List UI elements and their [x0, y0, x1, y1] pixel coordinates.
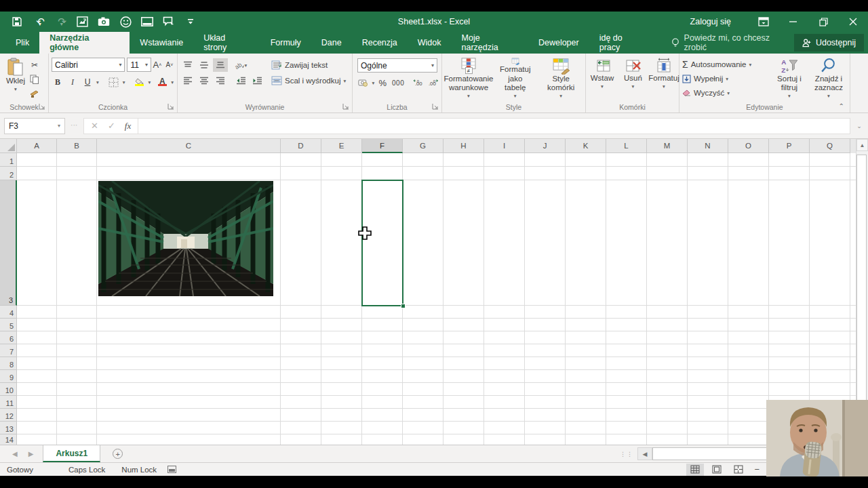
- sort-filter-button[interactable]: AZ Sortuj i filtruj ▾: [772, 56, 807, 100]
- sheet-prev-icon[interactable]: ◀: [12, 450, 18, 458]
- font-dialog-launcher[interactable]: [167, 103, 176, 111]
- cell-styles-dropdown-arrow[interactable]: ▾: [559, 93, 562, 99]
- embedded-picture-bridge[interactable]: [98, 181, 273, 296]
- sheet-tab[interactable]: Arkusz1: [43, 445, 100, 462]
- cells-area[interactable]: [17, 153, 856, 445]
- cell-selection-F3[interactable]: [361, 180, 403, 306]
- shrink-font-button[interactable]: A˅: [163, 58, 176, 72]
- borders-dropdown-arrow[interactable]: ▾: [123, 79, 125, 85]
- font-name-combo[interactable]: Calibri▾: [52, 58, 125, 72]
- row-header[interactable]: 10: [0, 383, 17, 396]
- autosum-button[interactable]: Σ Autosumowanie ▾: [682, 58, 769, 70]
- find-select-dropdown-arrow[interactable]: ▾: [827, 93, 830, 99]
- insert-picture-icon[interactable]: [76, 16, 88, 28]
- row-header[interactable]: 12: [0, 409, 17, 422]
- window-icon[interactable]: [141, 16, 153, 28]
- column-header[interactable]: G: [403, 139, 443, 153]
- align-left-icon[interactable]: [180, 74, 195, 87]
- row-header[interactable]: 8: [0, 357, 17, 370]
- copy-icon[interactable]: [28, 73, 41, 85]
- enter-entry-icon[interactable]: ✓: [108, 121, 115, 131]
- row-header[interactable]: 14: [0, 434, 17, 445]
- undo-icon[interactable]: ↶▾: [33, 16, 45, 28]
- cut-icon[interactable]: ✂: [28, 58, 41, 71]
- sheet-next-icon[interactable]: ▶: [28, 450, 34, 458]
- macro-record-icon[interactable]: [167, 466, 176, 473]
- chevron-down-icon[interactable]: ▾: [58, 123, 60, 129]
- fill-handle[interactable]: [401, 304, 406, 308]
- format-as-table-dropdown-arrow[interactable]: ▾: [514, 93, 517, 99]
- clear-dropdown-arrow[interactable]: ▾: [727, 90, 730, 96]
- font-color-icon[interactable]: A: [156, 75, 168, 89]
- borders-icon[interactable]: [107, 75, 120, 89]
- ribbon-tab[interactable]: Wstawianie: [130, 32, 193, 54]
- column-header[interactable]: F: [362, 139, 403, 153]
- column-header[interactable]: J: [525, 139, 566, 153]
- formula-input[interactable]: [138, 118, 850, 134]
- callout-icon[interactable]: [163, 16, 175, 28]
- close-icon[interactable]: [838, 12, 868, 32]
- increase-indent-icon[interactable]: [250, 74, 264, 87]
- number-format-combo[interactable]: Ogólne▾: [357, 58, 437, 73]
- ribbon-tab[interactable]: Narzędzia główne: [39, 32, 130, 54]
- decrease-indent-icon[interactable]: [233, 74, 248, 87]
- scroll-left-icon[interactable]: ◀: [637, 447, 652, 460]
- ribbon-tab[interactable]: Widok: [408, 32, 452, 54]
- ribbon-tab[interactable]: Plik: [5, 32, 39, 54]
- column-header[interactable]: Q: [810, 139, 850, 153]
- column-header[interactable]: C: [97, 139, 281, 153]
- fill-color-icon[interactable]: [134, 75, 146, 89]
- fill-button[interactable]: Wypełnij ▾: [682, 73, 769, 85]
- page-break-view-icon[interactable]: [730, 464, 747, 476]
- ribbon-tab[interactable]: Dane: [311, 32, 352, 54]
- format-cells-button[interactable]: Formatuj ▾: [650, 56, 677, 100]
- column-header[interactable]: H: [443, 139, 484, 153]
- insert-cells-button[interactable]: Wstaw ▾: [589, 56, 616, 100]
- row-header[interactable]: 7: [0, 344, 17, 357]
- sign-in-link[interactable]: Zaloguj się: [690, 17, 749, 26]
- ribbon-tab[interactable]: Deweloper: [528, 32, 589, 54]
- orientation-icon[interactable]: ab▾: [233, 58, 248, 72]
- font-size-combo[interactable]: 11▾: [127, 58, 151, 72]
- page-layout-view-icon[interactable]: [708, 464, 726, 476]
- camera-icon[interactable]: [98, 16, 110, 28]
- fill-color-dropdown-arrow[interactable]: ▾: [149, 79, 151, 85]
- ribbon-tab[interactable]: Moje narzędzia: [452, 32, 528, 54]
- column-header[interactable]: B: [57, 139, 97, 153]
- smiley-icon[interactable]: [119, 16, 132, 28]
- zoom-out-icon[interactable]: −: [751, 464, 762, 474]
- customize-qat-icon[interactable]: [184, 16, 197, 28]
- paste-button[interactable]: Wklej ▾: [3, 56, 28, 100]
- share-button[interactable]: Udostępnij: [794, 34, 864, 52]
- delete-dropdown-arrow[interactable]: ▾: [632, 83, 635, 89]
- alignment-dialog-launcher[interactable]: [342, 103, 351, 111]
- normal-view-icon[interactable]: [686, 464, 704, 476]
- conditional-dropdown-arrow[interactable]: ▾: [467, 93, 470, 99]
- align-right-icon[interactable]: [213, 74, 228, 87]
- minimize-icon[interactable]: [778, 12, 808, 32]
- merge-dropdown-arrow[interactable]: ▾: [343, 78, 346, 84]
- align-top-icon[interactable]: [180, 58, 195, 72]
- comma-style-button[interactable]: 000: [391, 76, 406, 89]
- column-header[interactable]: K: [566, 139, 606, 153]
- splitter-dots[interactable]: ⋮⋮: [620, 445, 633, 462]
- column-header[interactable]: E: [321, 139, 362, 153]
- ribbon-tab[interactable]: Układ strony: [193, 32, 260, 54]
- ribbon-tab[interactable]: Recenzja: [352, 32, 408, 54]
- row-header[interactable]: 5: [0, 319, 17, 331]
- sort-filter-dropdown-arrow[interactable]: ▾: [788, 93, 791, 99]
- decrease-decimal-icon[interactable]: .000: [427, 76, 440, 89]
- row-header[interactable]: 13: [0, 422, 17, 434]
- select-all-button[interactable]: [0, 139, 17, 153]
- underline-button[interactable]: U: [81, 75, 94, 89]
- accounting-dropdown-arrow[interactable]: ▾: [372, 80, 375, 86]
- format-dropdown-arrow[interactable]: ▾: [663, 83, 665, 89]
- column-header[interactable]: M: [647, 139, 688, 153]
- align-middle-icon[interactable]: [197, 58, 212, 72]
- column-header[interactable]: L: [606, 139, 647, 153]
- align-bottom-icon[interactable]: [213, 58, 228, 72]
- cell-styles-button[interactable]: Style komórki ▾: [538, 56, 585, 100]
- row-header[interactable]: 2: [0, 167, 17, 180]
- cancel-entry-icon[interactable]: ✕: [91, 121, 98, 131]
- insert-function-icon[interactable]: fx: [125, 121, 131, 131]
